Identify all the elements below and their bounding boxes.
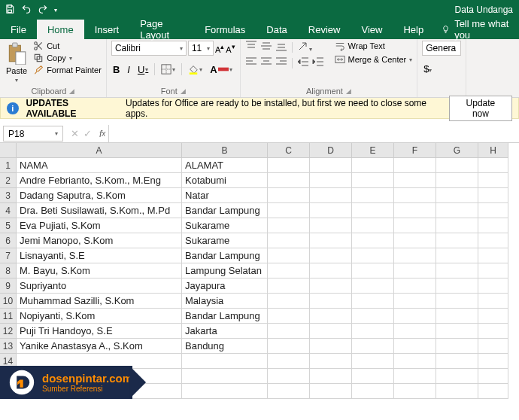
cell[interactable]: [352, 188, 394, 203]
cell[interactable]: [310, 294, 352, 309]
cell[interactable]: [394, 218, 436, 233]
cell[interactable]: [310, 233, 352, 248]
row-header[interactable]: 9: [0, 278, 17, 294]
qat-customize-icon[interactable]: ▾: [54, 7, 57, 14]
cell[interactable]: Jakarta: [182, 324, 268, 339]
cell[interactable]: [436, 188, 478, 203]
column-header-F[interactable]: F: [394, 143, 436, 158]
cell[interactable]: [478, 278, 508, 294]
format-painter-button[interactable]: Format Painter: [33, 65, 102, 75]
cell[interactable]: [394, 203, 436, 218]
cell[interactable]: [478, 188, 508, 203]
cell[interactable]: [394, 354, 436, 369]
align-bottom-button[interactable]: [275, 41, 287, 53]
cell[interactable]: [478, 248, 508, 263]
cell[interactable]: Eva Pujiati, S.Kom: [17, 218, 182, 233]
cell[interactable]: [394, 384, 436, 399]
cell[interactable]: [268, 339, 310, 354]
cell[interactable]: [394, 339, 436, 354]
increase-font-button[interactable]: A▴: [215, 42, 224, 54]
cancel-formula-icon[interactable]: ✕: [71, 128, 79, 139]
cell[interactable]: [268, 203, 310, 218]
cell[interactable]: [268, 158, 310, 173]
select-all-corner[interactable]: [0, 143, 17, 158]
cell[interactable]: [268, 188, 310, 203]
cell[interactable]: [310, 248, 352, 263]
save-icon[interactable]: [5, 4, 15, 17]
cell[interactable]: Natar: [182, 188, 268, 203]
cell[interactable]: Jemi Manopo, S.Kom: [17, 233, 182, 248]
cell[interactable]: [268, 278, 310, 294]
cell[interactable]: [394, 248, 436, 263]
cell[interactable]: [268, 309, 310, 324]
cell[interactable]: [394, 294, 436, 309]
cell[interactable]: [436, 233, 478, 248]
cell[interactable]: [436, 218, 478, 233]
tab-data[interactable]: Data: [256, 20, 297, 39]
column-header-B[interactable]: B: [182, 143, 268, 158]
accounting-format-button[interactable]: $▾: [422, 63, 433, 75]
cell[interactable]: [310, 188, 352, 203]
cell[interactable]: Andre Febrianto, S.Kom., M.Eng: [17, 173, 182, 188]
column-header-G[interactable]: G: [436, 143, 478, 158]
column-header-A[interactable]: A: [17, 143, 182, 158]
cell[interactable]: [310, 324, 352, 339]
cell[interactable]: [310, 309, 352, 324]
cell[interactable]: [268, 218, 310, 233]
formula-bar[interactable]: [108, 125, 519, 142]
tab-help[interactable]: Help: [393, 20, 434, 39]
cell[interactable]: [436, 294, 478, 309]
row-header[interactable]: 3: [0, 188, 17, 203]
row-header[interactable]: 2: [0, 173, 17, 188]
dialog-launcher-icon[interactable]: ◢: [69, 87, 74, 95]
cell[interactable]: [352, 309, 394, 324]
cell[interactable]: [352, 354, 394, 369]
cell[interactable]: Bandung: [182, 339, 268, 354]
cell[interactable]: [436, 354, 478, 369]
cell[interactable]: [310, 339, 352, 354]
cell[interactable]: [436, 339, 478, 354]
cell[interactable]: [394, 263, 436, 278]
column-header-H[interactable]: H: [478, 143, 508, 158]
cell[interactable]: [394, 309, 436, 324]
cell[interactable]: [310, 218, 352, 233]
cell[interactable]: [478, 384, 508, 399]
row-header[interactable]: 13: [0, 339, 17, 354]
undo-icon[interactable]: [21, 4, 32, 17]
cell[interactable]: [352, 369, 394, 384]
cell[interactable]: [394, 233, 436, 248]
cell[interactable]: [394, 188, 436, 203]
cell[interactable]: [478, 354, 508, 369]
cell[interactable]: Bandar Lampung: [182, 203, 268, 218]
cell[interactable]: [478, 309, 508, 324]
copy-button[interactable]: Copy▾: [33, 53, 102, 63]
cell[interactable]: [268, 173, 310, 188]
cell[interactable]: ALAMAT: [182, 158, 268, 173]
enter-formula-icon[interactable]: ✓: [83, 128, 92, 139]
cell[interactable]: Lisnayanti, S.E: [17, 248, 182, 263]
dialog-launcher-icon[interactable]: ◢: [181, 87, 186, 95]
cell[interactable]: [436, 324, 478, 339]
cell[interactable]: [352, 324, 394, 339]
cell[interactable]: [478, 158, 508, 173]
cell[interactable]: [310, 173, 352, 188]
merge-center-button[interactable]: Merge & Center▾: [335, 54, 413, 65]
cell[interactable]: [310, 354, 352, 369]
increase-indent-button[interactable]: [312, 56, 324, 69]
row-header[interactable]: 10: [0, 294, 17, 309]
cell[interactable]: [478, 369, 508, 384]
orientation-button[interactable]: ▾: [297, 41, 312, 53]
cell[interactable]: [352, 278, 394, 294]
cell[interactable]: [478, 233, 508, 248]
cell[interactable]: [436, 248, 478, 263]
wrap-text-button[interactable]: Wrap Text: [335, 41, 413, 51]
cell[interactable]: NAMA: [17, 158, 182, 173]
cell[interactable]: [478, 324, 508, 339]
cell[interactable]: Dra. Beti Susilawati, S.Kom., M.Pd: [17, 203, 182, 218]
cell[interactable]: [352, 173, 394, 188]
cell[interactable]: Sukarame: [182, 233, 268, 248]
row-header[interactable]: 11: [0, 309, 17, 324]
cell[interactable]: Yanike Anastasya A., S.Kom: [17, 339, 182, 354]
cell[interactable]: [478, 173, 508, 188]
cell[interactable]: [478, 203, 508, 218]
